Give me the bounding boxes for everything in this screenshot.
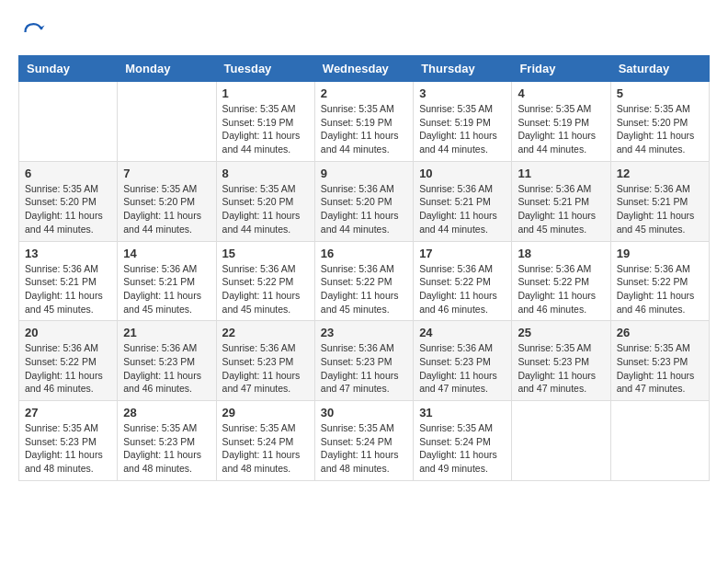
day-info: Sunrise: 5:36 AM Sunset: 5:23 PM Dayligh… (222, 341, 309, 396)
day-number: 14 (123, 247, 210, 260)
day-number: 21 (123, 326, 210, 339)
calendar-cell: 17Sunrise: 5:36 AM Sunset: 5:22 PM Dayli… (414, 241, 512, 321)
day-number: 13 (25, 247, 111, 260)
calendar-week-row: 6Sunrise: 5:35 AM Sunset: 5:20 PM Daylig… (19, 161, 710, 241)
calendar-cell: 28Sunrise: 5:35 AM Sunset: 5:23 PM Dayli… (118, 401, 216, 481)
calendar-cell: 8Sunrise: 5:35 AM Sunset: 5:20 PM Daylig… (216, 161, 314, 241)
day-info: Sunrise: 5:35 AM Sunset: 5:23 PM Dayligh… (25, 421, 111, 476)
calendar-cell: 20Sunrise: 5:36 AM Sunset: 5:22 PM Dayli… (19, 321, 118, 401)
calendar-cell: 5Sunrise: 5:35 AM Sunset: 5:20 PM Daylig… (610, 82, 709, 162)
day-number: 16 (321, 247, 407, 260)
day-info: Sunrise: 5:36 AM Sunset: 5:21 PM Dayligh… (123, 262, 210, 316)
day-number: 7 (123, 167, 210, 180)
day-info: Sunrise: 5:35 AM Sunset: 5:23 PM Dayligh… (617, 341, 703, 396)
calendar-cell: 1Sunrise: 5:35 AM Sunset: 5:19 PM Daylig… (216, 82, 314, 162)
day-info: Sunrise: 5:36 AM Sunset: 5:21 PM Dayligh… (419, 182, 506, 236)
day-info: Sunrise: 5:35 AM Sunset: 5:23 PM Dayligh… (123, 421, 210, 476)
calendar-cell: 6Sunrise: 5:35 AM Sunset: 5:20 PM Daylig… (19, 161, 118, 241)
day-number: 11 (518, 167, 604, 180)
weekday-header-monday: Monday (118, 56, 216, 82)
day-info: Sunrise: 5:36 AM Sunset: 5:21 PM Dayligh… (25, 262, 111, 316)
calendar-cell: 2Sunrise: 5:35 AM Sunset: 5:19 PM Daylig… (314, 82, 413, 162)
calendar-cell: 4Sunrise: 5:35 AM Sunset: 5:19 PM Daylig… (512, 82, 610, 162)
calendar-cell: 27Sunrise: 5:35 AM Sunset: 5:23 PM Dayli… (19, 401, 118, 481)
calendar-cell: 7Sunrise: 5:35 AM Sunset: 5:20 PM Daylig… (118, 161, 216, 241)
calendar-cell: 24Sunrise: 5:36 AM Sunset: 5:23 PM Dayli… (414, 321, 512, 401)
day-info: Sunrise: 5:35 AM Sunset: 5:20 PM Dayligh… (222, 182, 309, 236)
calendar-cell (19, 82, 118, 162)
calendar-cell: 31Sunrise: 5:35 AM Sunset: 5:24 PM Dayli… (414, 401, 512, 481)
day-number: 24 (419, 326, 506, 339)
calendar-cell: 26Sunrise: 5:35 AM Sunset: 5:23 PM Dayli… (610, 321, 709, 401)
day-number: 25 (518, 326, 604, 339)
calendar-week-row: 1Sunrise: 5:35 AM Sunset: 5:19 PM Daylig… (19, 82, 710, 162)
day-info: Sunrise: 5:35 AM Sunset: 5:19 PM Dayligh… (321, 102, 407, 156)
day-number: 4 (518, 86, 604, 100)
day-info: Sunrise: 5:35 AM Sunset: 5:24 PM Dayligh… (419, 421, 506, 476)
weekday-header-friday: Friday (512, 56, 610, 82)
calendar-cell: 15Sunrise: 5:36 AM Sunset: 5:22 PM Dayli… (216, 241, 314, 321)
calendar-cell: 10Sunrise: 5:36 AM Sunset: 5:21 PM Dayli… (414, 161, 512, 241)
calendar-cell: 11Sunrise: 5:36 AM Sunset: 5:21 PM Dayli… (512, 161, 610, 241)
day-info: Sunrise: 5:36 AM Sunset: 5:21 PM Dayligh… (518, 182, 604, 236)
day-number: 15 (222, 247, 309, 260)
day-number: 23 (321, 326, 407, 339)
day-number: 26 (617, 326, 703, 339)
day-number: 31 (419, 406, 506, 419)
day-info: Sunrise: 5:36 AM Sunset: 5:23 PM Dayligh… (321, 341, 407, 396)
calendar-cell: 29Sunrise: 5:35 AM Sunset: 5:24 PM Dayli… (216, 401, 314, 481)
day-number: 6 (25, 167, 111, 180)
calendar-cell: 23Sunrise: 5:36 AM Sunset: 5:23 PM Dayli… (314, 321, 413, 401)
day-number: 8 (222, 167, 309, 180)
calendar-week-row: 27Sunrise: 5:35 AM Sunset: 5:23 PM Dayli… (19, 401, 710, 481)
weekday-header-thursday: Thursday (414, 56, 512, 82)
logo (18, 18, 50, 46)
day-number: 3 (419, 86, 506, 100)
weekday-header-saturday: Saturday (610, 56, 709, 82)
calendar-table: SundayMondayTuesdayWednesdayThursdayFrid… (18, 55, 710, 481)
weekday-header-tuesday: Tuesday (216, 56, 314, 82)
day-info: Sunrise: 5:36 AM Sunset: 5:22 PM Dayligh… (518, 262, 604, 316)
calendar-week-row: 20Sunrise: 5:36 AM Sunset: 5:22 PM Dayli… (19, 321, 710, 401)
day-info: Sunrise: 5:35 AM Sunset: 5:24 PM Dayligh… (222, 421, 309, 476)
day-number: 18 (518, 247, 604, 260)
day-info: Sunrise: 5:36 AM Sunset: 5:22 PM Dayligh… (222, 262, 309, 316)
day-info: Sunrise: 5:35 AM Sunset: 5:19 PM Dayligh… (222, 102, 309, 156)
day-number: 30 (321, 406, 407, 419)
day-number: 17 (419, 247, 506, 260)
day-info: Sunrise: 5:36 AM Sunset: 5:22 PM Dayligh… (321, 262, 407, 316)
logo-icon (18, 18, 46, 46)
calendar-header-row: SundayMondayTuesdayWednesdayThursdayFrid… (19, 56, 710, 82)
day-info: Sunrise: 5:36 AM Sunset: 5:23 PM Dayligh… (123, 341, 210, 396)
day-number: 22 (222, 326, 309, 339)
day-number: 19 (617, 247, 703, 260)
calendar-cell: 19Sunrise: 5:36 AM Sunset: 5:22 PM Dayli… (610, 241, 709, 321)
calendar-cell: 18Sunrise: 5:36 AM Sunset: 5:22 PM Dayli… (512, 241, 610, 321)
day-number: 2 (321, 86, 407, 100)
day-info: Sunrise: 5:36 AM Sunset: 5:22 PM Dayligh… (617, 262, 703, 316)
calendar-cell: 9Sunrise: 5:36 AM Sunset: 5:20 PM Daylig… (314, 161, 413, 241)
day-info: Sunrise: 5:36 AM Sunset: 5:23 PM Dayligh… (419, 341, 506, 396)
calendar-cell (512, 401, 610, 481)
day-info: Sunrise: 5:35 AM Sunset: 5:20 PM Dayligh… (123, 182, 210, 236)
day-info: Sunrise: 5:35 AM Sunset: 5:24 PM Dayligh… (321, 421, 407, 476)
day-number: 28 (123, 406, 210, 419)
day-number: 29 (222, 406, 309, 419)
calendar-cell: 25Sunrise: 5:35 AM Sunset: 5:23 PM Dayli… (512, 321, 610, 401)
calendar-cell: 16Sunrise: 5:36 AM Sunset: 5:22 PM Dayli… (314, 241, 413, 321)
day-number: 5 (617, 86, 703, 100)
calendar-cell: 3Sunrise: 5:35 AM Sunset: 5:19 PM Daylig… (414, 82, 512, 162)
calendar-cell: 22Sunrise: 5:36 AM Sunset: 5:23 PM Dayli… (216, 321, 314, 401)
day-info: Sunrise: 5:35 AM Sunset: 5:19 PM Dayligh… (518, 102, 604, 156)
day-number: 12 (617, 167, 703, 180)
day-number: 27 (25, 406, 111, 419)
calendar-cell: 30Sunrise: 5:35 AM Sunset: 5:24 PM Dayli… (314, 401, 413, 481)
page-header (18, 18, 710, 46)
day-number: 10 (419, 167, 506, 180)
day-info: Sunrise: 5:35 AM Sunset: 5:20 PM Dayligh… (617, 102, 703, 156)
day-number: 20 (25, 326, 111, 339)
weekday-header-sunday: Sunday (19, 56, 118, 82)
day-info: Sunrise: 5:36 AM Sunset: 5:21 PM Dayligh… (617, 182, 703, 236)
calendar-cell: 14Sunrise: 5:36 AM Sunset: 5:21 PM Dayli… (118, 241, 216, 321)
calendar-cell: 12Sunrise: 5:36 AM Sunset: 5:21 PM Dayli… (610, 161, 709, 241)
